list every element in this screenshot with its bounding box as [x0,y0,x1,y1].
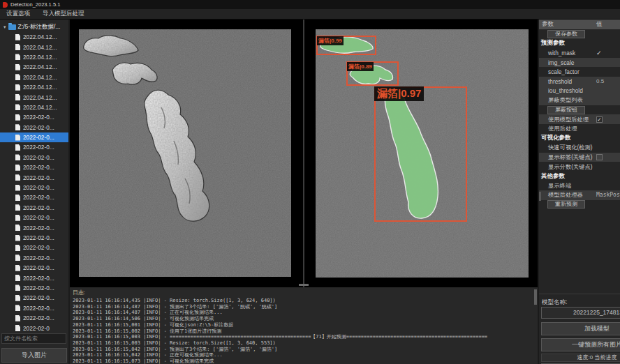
tree-item[interactable]: 2022-02-0... [0,273,68,282]
tree-item[interactable]: 2022.04.12... [0,52,68,62]
file-icon [15,305,20,311]
repredict-button[interactable]: 重新预测 [547,200,585,208]
checkbox-unchecked[interactable] [596,154,603,160]
param-row-threshold[interactable]: threshold 0.5 [539,77,620,86]
tree-item-label: 2022-02-0... [23,204,54,211]
tree-item[interactable]: 2022-02-0... [0,203,68,213]
tree-item[interactable]: 2022-02-0... [0,123,68,132]
tree-item[interactable]: 2022-02-0... [0,313,68,323]
panel-splitter[interactable] [303,20,304,287]
param-row-scale-factor[interactable]: scale_factor [539,67,620,77]
log-scrollbar[interactable] [534,289,537,305]
tree-item-label: 2022.04.12... [23,33,57,40]
param-row-img-scale[interactable]: img_scale [539,58,620,68]
tree-item[interactable]: 2022-02-0... [0,293,68,303]
file-icon [15,114,20,121]
param-row-iou-threshold[interactable]: iou_threshold [539,86,620,96]
post-processor-value[interactable]: MaskPostPro [596,192,620,198]
threshold-value[interactable]: 0.5 [596,78,620,84]
import-images-button[interactable]: 导入图片 [1,348,67,363]
file-icon [15,154,20,160]
tree-item[interactable]: 2022-02-0... [0,162,68,172]
file-icon [15,325,20,331]
title-bar: Detection_2023.1.5.1 [0,0,620,9]
tree-root[interactable]: ▾ Z:/5-标注数据/... [0,22,68,32]
file-icon [15,104,20,110]
tree-item[interactable]: 2022-02-0... [0,213,68,222]
param-row-use-model-post[interactable]: 使用模型后处理 ✓ [539,114,620,124]
original-image-panel[interactable] [79,29,291,277]
param-row-with-mask[interactable]: with_mask ✓ [539,48,620,58]
param-row-show-score[interactable]: 显示分数(关键点) [539,162,620,172]
tree-item[interactable]: 2022-02-0... [0,153,68,162]
block-button-row: 屏蔽按钮 [539,105,620,115]
section-vis-params: 可视化参数 [539,134,620,144]
param-row-fast-vis[interactable]: 快速可视化(检测) [539,143,620,153]
file-icon [15,255,20,261]
tree-item-label: 2022-02-0... [23,214,54,221]
repredict-row: 重新预测 [539,200,620,210]
log-console[interactable]: 日志: 2023-01-11 16:16:14,435 |INFO| - Res… [70,287,538,364]
detection-label-2: 漏箔|0.89 [347,62,374,71]
log-line: 2023-01-11 16:16:15,003 |INFO| - =======… [73,334,538,340]
model-name-field[interactable]: 20221225_174813 [541,307,620,319]
search-input[interactable] [1,333,66,344]
params-scrollbar[interactable] [539,192,541,201]
log-line: 2023-01-11 16:16:15,042 |INFO| - 预测出了3个结… [73,347,538,353]
tree-item[interactable]: 2022-02-0... [0,233,68,243]
save-params-button[interactable]: 保存参数 [547,30,585,38]
tree-item-label: 2022.04.12... [23,94,57,101]
prediction-image-panel[interactable]: 漏箔|0.99 漏箔|0.89 漏箔|0.97 [316,29,529,278]
tree-item[interactable]: 2022.04.12... [0,103,68,112]
log-line: 2023-01-11 16:16:15,003 |INFO| - Resize:… [73,340,538,347]
menu-item[interactable]: 导入模型后处理 [36,9,91,19]
tree-item[interactable]: 2022-02-0... [0,142,68,152]
param-row-use-post[interactable]: 使用后处理 [539,124,620,134]
model-name-label: 模型名称: [542,298,567,307]
tree-item-label: 2022-02-0... [23,275,54,282]
tree-item[interactable]: 2022.04.12... [0,62,68,72]
tree-item[interactable]: 2022.04.12... [0,42,68,52]
load-model-button[interactable]: 加载模型 [541,322,620,335]
tree-item[interactable]: 2022.04.12... [0,82,68,92]
tree-item[interactable]: 2022-02-0... [0,112,68,122]
tree-item[interactable]: 2022-02-0... [0,172,68,182]
tree-item-label: 2022-02-0... [23,305,54,312]
log-line: 2023-01-11 16:16:14,487 |INFO| - 预测出了3个结… [73,304,538,310]
tree-item[interactable]: 2022-02-0... [0,253,68,263]
tree-item[interactable]: 2022.04.12... [0,92,68,102]
log-title: 日志: [73,289,538,296]
param-row-show-terminal[interactable]: 显示终端 [539,181,620,191]
file-icon [15,185,20,191]
param-row-post-processor[interactable]: 模型后处理器 MaskPostPro [539,190,620,200]
tree-item[interactable]: 2022-02-0... [0,192,68,202]
menu-item[interactable]: 设置选项 [0,9,36,19]
file-icon [15,54,20,60]
tree-item[interactable]: 2022-02-0... [0,222,68,232]
tree-item-list: 2022.04.12... 2022.04.12... 2022.04.12..… [0,32,68,333]
tree-item[interactable]: 2022-02-0... [0,132,68,142]
file-icon [15,275,20,281]
block-button[interactable]: 屏蔽按钮 [547,106,585,114]
file-icon [15,235,20,241]
tree-item[interactable]: 2022-02-0... [0,263,68,273]
section-predict-params: 预测参数 [539,39,620,49]
tree-item[interactable]: 2022-02-0... [0,303,68,313]
splitter-handle[interactable] [299,284,309,286]
tree-item[interactable]: 2022-02-0... [0,283,68,293]
tree-item[interactable]: 2022.04.12... [0,32,68,42]
tree-item-label: 2022-02-0... [23,314,54,321]
tree-item[interactable]: 2022-02-0 [0,323,68,333]
tree-item[interactable]: 2022-02-0... [0,243,68,252]
file-icon [15,315,20,321]
tree-item[interactable]: 2022.04.12... [0,73,68,82]
param-row-show-label[interactable]: 显示标签(关键点) [539,153,620,162]
predict-all-button[interactable]: 一键预测所有图片 [541,338,620,351]
checkbox-checked[interactable]: ✓ [596,116,603,123]
tree-item-label: 2022-02-0... [23,164,54,171]
tree-item-label: 2022-02-0... [23,234,54,241]
tree-item[interactable]: 2022-02-0... [0,183,68,192]
expand-arrow-icon[interactable]: ▾ [3,24,6,30]
param-row-block-list[interactable]: 屏蔽类型列表 [539,96,620,105]
file-icon [15,144,20,151]
